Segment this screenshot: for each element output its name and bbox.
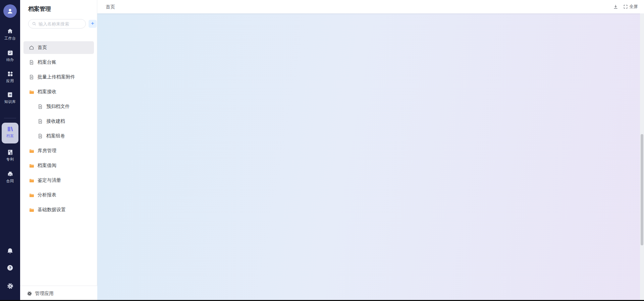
- module-title: 档案管理: [28, 5, 51, 13]
- gear-icon: [0, 282, 20, 290]
- svg-text:AI: AI: [9, 93, 11, 96]
- folder-icon: [29, 207, 35, 213]
- sidebar-item-ledger[interactable]: 档案台账: [20, 55, 97, 70]
- manage-apps-button[interactable]: 管理应用: [20, 286, 97, 301]
- file-icon: [38, 133, 43, 139]
- file-icon: [38, 119, 43, 124]
- topbar: 首页 全屏: [97, 0, 644, 13]
- rail-item-patent[interactable]: 专利: [0, 148, 20, 162]
- patent-doc-icon: [0, 148, 20, 156]
- rail-divider: [4, 118, 16, 118]
- sidebar-item-receive-file[interactable]: 接收建档: [20, 114, 97, 129]
- breadcrumb[interactable]: 首页: [106, 4, 115, 10]
- rail-item-todo[interactable]: 待办: [0, 49, 20, 62]
- rail-item-knowledge[interactable]: AI 知识库: [0, 91, 20, 104]
- add-button[interactable]: +: [89, 20, 97, 28]
- sidebar-item-receive[interactable]: 档案接收: [20, 84, 97, 99]
- svg-text:?: ?: [9, 266, 11, 270]
- rail-item-contract[interactable]: 合同: [0, 170, 20, 184]
- help-icon: ?: [0, 264, 20, 272]
- folder-icon: [29, 89, 35, 95]
- rail-item-apps[interactable]: 应用: [0, 70, 20, 83]
- rail-item-notifications[interactable]: [0, 247, 20, 255]
- contract-icon: [0, 170, 20, 178]
- sidebar-item-prearchive[interactable]: 预归档文件: [20, 99, 97, 114]
- sidebar-item-base-settings[interactable]: 基础数据设置: [20, 202, 97, 217]
- sidebar-item-reports[interactable]: 分析报表: [20, 188, 97, 202]
- sidebar-item-appraisal[interactable]: 鉴定与清册: [20, 173, 97, 188]
- fullscreen-icon: [623, 4, 628, 9]
- books-icon: [2, 126, 18, 132]
- app-rail: 工作台 待办 应用 AI 知识库 档案 专利 合同 ?: [0, 0, 20, 301]
- search-input[interactable]: [39, 21, 79, 26]
- sidebar-item-batch-upload[interactable]: 批量上传档案附件: [20, 70, 97, 84]
- file-icon: [29, 74, 34, 80]
- apps-grid-icon: [0, 70, 20, 77]
- clipboard-check-icon: [0, 49, 20, 56]
- dashboard: [97, 13, 644, 301]
- download-icon[interactable]: [613, 4, 619, 10]
- rail-item-settings[interactable]: [0, 282, 20, 290]
- ai-book-icon: AI: [0, 91, 20, 98]
- search-icon: [32, 21, 37, 26]
- home-outline-icon: [29, 45, 34, 50]
- search-box[interactable]: [28, 19, 86, 28]
- rail-item-archive[interactable]: 档案: [2, 123, 18, 143]
- folder-icon: [29, 192, 35, 198]
- sidebar-item-volume[interactable]: 档案组卷: [20, 129, 97, 143]
- sidebar-item-borrow[interactable]: 档案借阅: [20, 158, 97, 173]
- rail-item-help[interactable]: ?: [0, 264, 20, 272]
- module-sidebar: 档案管理 + 首页 档案台账 批量上传档案附件 档案接收 预归档文件 接收建档 …: [20, 0, 97, 301]
- folder-icon: [29, 163, 35, 169]
- fullscreen-button[interactable]: 全屏: [623, 4, 638, 10]
- folder-icon: [29, 178, 35, 183]
- folder-icon: [29, 148, 35, 154]
- bell-icon: [0, 247, 20, 255]
- home-icon: [0, 27, 20, 35]
- file-icon: [29, 60, 34, 65]
- sidebar-item-warehouse[interactable]: 库房管理: [20, 143, 97, 158]
- avatar[interactable]: [3, 4, 17, 18]
- sidebar-item-home[interactable]: 首页: [20, 40, 97, 55]
- rail-item-workbench[interactable]: 工作台: [0, 27, 20, 41]
- gear-icon: [27, 291, 32, 296]
- user-icon: [6, 7, 14, 15]
- file-icon: [38, 104, 43, 109]
- scrollbar-thumb[interactable]: [641, 134, 643, 245]
